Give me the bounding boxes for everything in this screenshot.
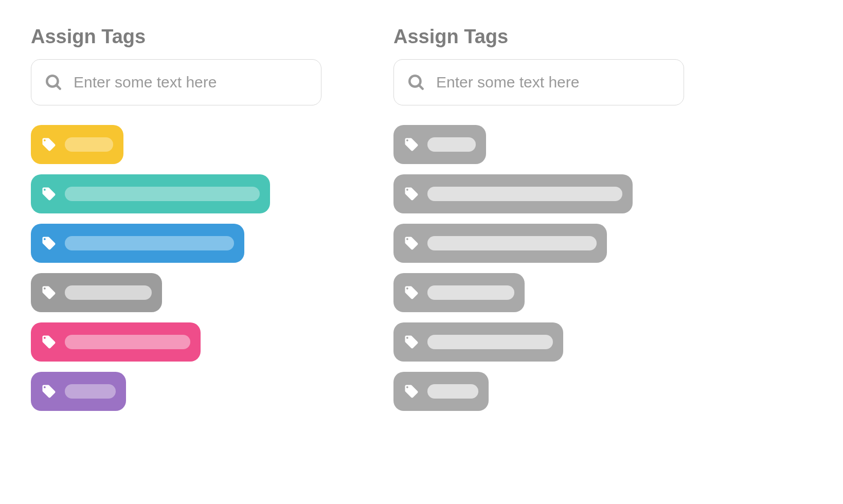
panel-title: Assign Tags [393, 26, 684, 48]
svg-line-3 [419, 85, 423, 89]
svg-line-1 [57, 85, 60, 89]
tag-label-placeholder [427, 187, 622, 201]
tag-item[interactable] [393, 224, 607, 263]
search-icon [407, 74, 425, 91]
tag-label-placeholder [65, 137, 113, 152]
tag-item[interactable] [393, 125, 486, 164]
search-input[interactable] [436, 74, 670, 91]
tag-item[interactable] [393, 372, 489, 411]
tag-item[interactable] [393, 322, 563, 362]
tag-icon [404, 137, 419, 152]
tag-item[interactable] [393, 174, 633, 213]
tag-list-right [393, 125, 684, 411]
search-box[interactable] [31, 59, 321, 105]
tag-item[interactable] [31, 174, 270, 213]
tag-item[interactable] [393, 273, 525, 312]
tag-label-placeholder [427, 285, 514, 300]
tag-panel-right: Assign Tags [393, 26, 684, 478]
tag-icon [404, 285, 419, 300]
tag-icon [41, 285, 57, 300]
tag-item[interactable] [31, 273, 162, 312]
tag-label-placeholder [65, 335, 190, 349]
tag-icon [404, 236, 419, 251]
tag-icon [404, 334, 419, 350]
tag-icon [41, 236, 57, 251]
panel-title: Assign Tags [31, 26, 321, 48]
tag-label-placeholder [427, 335, 553, 349]
tag-panel-left: Assign Tags [31, 26, 321, 478]
tag-list-left [31, 125, 321, 411]
tag-item[interactable] [31, 125, 123, 164]
tag-label-placeholder [427, 137, 476, 152]
tag-icon [41, 334, 57, 350]
tag-icon [41, 384, 57, 399]
tag-item[interactable] [31, 372, 126, 411]
tag-icon [404, 186, 419, 202]
search-icon [45, 74, 62, 91]
tag-label-placeholder [65, 285, 152, 300]
tag-item[interactable] [31, 224, 244, 263]
tag-label-placeholder [65, 384, 116, 399]
tag-icon [41, 186, 57, 202]
tag-icon [404, 384, 419, 399]
tag-label-placeholder [65, 187, 260, 201]
tag-icon [41, 137, 57, 152]
search-input[interactable] [74, 74, 308, 91]
tag-item[interactable] [31, 322, 201, 362]
search-box[interactable] [393, 59, 684, 105]
tag-label-placeholder [427, 384, 478, 399]
tag-label-placeholder [65, 236, 234, 250]
tag-label-placeholder [427, 236, 597, 250]
